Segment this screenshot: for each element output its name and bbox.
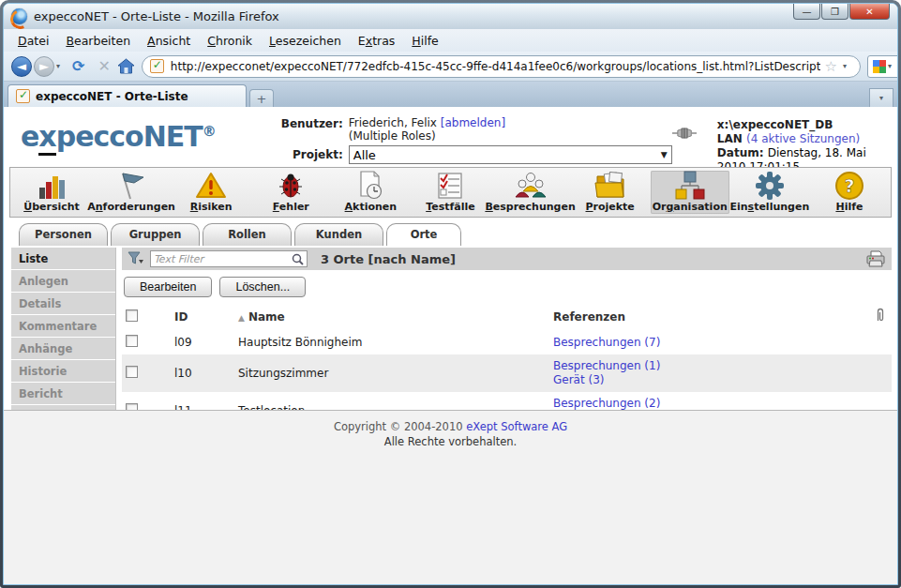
logout-link[interactable]: [abmelden] (441, 116, 505, 129)
close-button[interactable]: ✕ (849, 4, 890, 20)
filter-funnel-icon[interactable] (128, 251, 144, 266)
row-id: l10 (171, 354, 234, 392)
lan-sessions[interactable]: (4 aktive Sitzungen) (746, 132, 860, 145)
filter-magnifier-icon[interactable] (292, 253, 304, 265)
list-all-tabs-button[interactable]: ▾ (869, 88, 893, 107)
user-name: Friederich, Felix (349, 116, 441, 129)
bookmark-star-icon[interactable]: ☆ (824, 58, 836, 75)
user-roles: (Multiple Roles) (349, 129, 672, 143)
row-id: l09 (171, 330, 234, 354)
tab-orte[interactable]: Orte (386, 223, 461, 246)
menu-hilfe[interactable]: Hilfe (403, 31, 446, 51)
help-icon: ? (834, 171, 864, 201)
toolbar-item-einstellungen[interactable]: Einstellungen (730, 171, 809, 214)
ref-link[interactable]: Besprechungen (2) (553, 397, 867, 411)
firefox-icon (11, 8, 27, 24)
menu-bearbeiten[interactable]: Bearbeiten (57, 31, 139, 51)
toolbar-item-fehler[interactable]: Fehler (251, 171, 330, 214)
search-engine-dropdown-icon[interactable]: ▾ (888, 62, 892, 70)
testcases-icon (436, 171, 464, 201)
minimize-button[interactable]: — (793, 4, 820, 20)
project-label: Projekt: (281, 143, 343, 164)
project-value: Alle (353, 148, 376, 162)
table-row[interactable]: l10 Sitzungszimmer Besprechungen (1) Ger… (122, 354, 892, 392)
url-bar[interactable]: http://expecconet/expeccoNET/772edfcb-41… (142, 55, 861, 78)
toolbar-item-anforderungen[interactable]: Anforderungen (92, 171, 171, 214)
tab-title: expeccoNET - Orte-Liste (36, 90, 188, 103)
row-checkbox[interactable] (126, 335, 138, 347)
action-buttons: Bearbeiten Löschen... (124, 277, 892, 297)
table-row[interactable]: l09 Hauptsitz Bönnigheim Besprechungen (… (122, 330, 892, 354)
toolbar-item-projekte[interactable]: Projekte (571, 171, 650, 214)
app-header: expeccoNET® Benutzer: Friederich, Felix … (4, 107, 897, 165)
print-icon[interactable] (865, 250, 886, 267)
sidebar-item-anhaenge[interactable]: Anhänge (11, 338, 115, 360)
toolbar-item-aktionen[interactable]: Aktionen (331, 171, 410, 214)
toolbar-item-besprechungen[interactable]: Besprechungen (491, 171, 570, 214)
tab-kunden[interactable]: Kunden (294, 223, 383, 246)
toolbar-item-hilfe[interactable]: ? Hilfe (810, 171, 889, 214)
app-logo: expeccoNET® (21, 120, 216, 153)
sidebar-item-bericht[interactable]: Bericht (11, 383, 115, 405)
select-all-checkbox[interactable] (126, 309, 138, 322)
ref-link[interactable]: Besprechungen (1) (553, 359, 867, 373)
browser-tab[interactable]: expeccoNET - Orte-Liste (8, 84, 247, 107)
home-icon[interactable] (117, 58, 135, 74)
forward-button[interactable]: ► (34, 56, 54, 77)
row-checkbox[interactable] (126, 366, 138, 378)
new-tab-button[interactable]: + (249, 89, 274, 107)
sidebar-item-anlegen[interactable]: Anlegen (11, 270, 115, 293)
menu-extras[interactable]: Extras (350, 31, 404, 51)
company-link[interactable]: eXept Software AG (466, 420, 567, 433)
chevron-down-icon: ▼ (661, 150, 668, 159)
title-bar: expeccoNET - Orte-Liste - Mozilla Firefo… (4, 4, 897, 29)
sidebar-item-historie[interactable]: Historie (11, 360, 115, 383)
settings-icon (755, 171, 785, 201)
page-content: expeccoNET® Benutzer: Friederich, Felix … (4, 107, 897, 584)
requirements-icon (115, 171, 147, 201)
tab-rollen[interactable]: Rollen (203, 223, 292, 246)
row-name: Sitzungszimmer (234, 354, 549, 392)
sidebar-item-kommentare[interactable]: Kommentare (11, 315, 115, 338)
toolbar-item-testfaelle[interactable]: Testfälle (411, 171, 489, 214)
url-dropdown-icon[interactable]: ▾ (843, 62, 847, 70)
reload-icon[interactable]: ⟳ (72, 57, 84, 75)
meetings-icon (514, 171, 548, 201)
bugs-icon (277, 171, 305, 201)
toolbar-item-organisation[interactable]: Organisation (651, 171, 729, 214)
site-favicon (150, 59, 164, 73)
table-header-row: ID ▲Name Referenzen (122, 303, 892, 330)
col-header-referenzen[interactable]: Referenzen (549, 303, 871, 330)
text-filter-input[interactable] (154, 253, 292, 265)
maximize-button[interactable]: ❐ (821, 4, 848, 20)
date-label: Datum: (717, 146, 768, 159)
url-text[interactable]: http://expecconet/expeccoNET/772edfcb-41… (171, 60, 821, 73)
tab-favicon (16, 89, 30, 103)
stop-icon[interactable]: ✕ (98, 57, 110, 75)
overview-icon (37, 171, 67, 201)
sidebar-item-details[interactable]: Details (11, 293, 115, 315)
delete-button[interactable]: Löschen... (219, 277, 306, 297)
project-select[interactable]: Alle ▼ (349, 145, 672, 164)
ref-link[interactable]: Besprechungen (7) (553, 336, 867, 350)
menu-lesezeichen[interactable]: Lesezeichen (261, 31, 350, 51)
toolbar-item-risiken[interactable]: Risiken (172, 171, 250, 214)
tab-gruppen[interactable]: Gruppen (111, 223, 200, 246)
tab-personen[interactable]: Personen (19, 223, 108, 246)
search-box[interactable]: ▾ Go (867, 55, 898, 78)
menu-chronik[interactable]: Chronik (199, 31, 261, 51)
ref-link[interactable]: Gerät (3) (553, 373, 867, 387)
history-dropdown-icon[interactable]: ▾ (56, 62, 60, 70)
col-header-name[interactable]: ▲Name (234, 303, 549, 330)
category-tabs: Personen Gruppen Rollen Kunden Orte (4, 218, 897, 246)
sidebar-item-liste[interactable]: Liste (11, 248, 115, 270)
svg-text:?: ? (844, 175, 854, 196)
organisation-icon (674, 171, 706, 201)
back-button[interactable]: ◄ (11, 56, 32, 77)
col-header-id[interactable]: ID (171, 303, 234, 330)
edit-button[interactable]: Bearbeiten (124, 277, 212, 297)
toolbar-item-uebersicht[interactable]: Übersicht (12, 171, 91, 214)
menu-datei[interactable]: Datei (9, 31, 57, 51)
menu-ansicht[interactable]: Ansicht (139, 31, 199, 51)
browser-window: expeccoNET - Orte-Liste - Mozilla Firefo… (0, 0, 901, 588)
